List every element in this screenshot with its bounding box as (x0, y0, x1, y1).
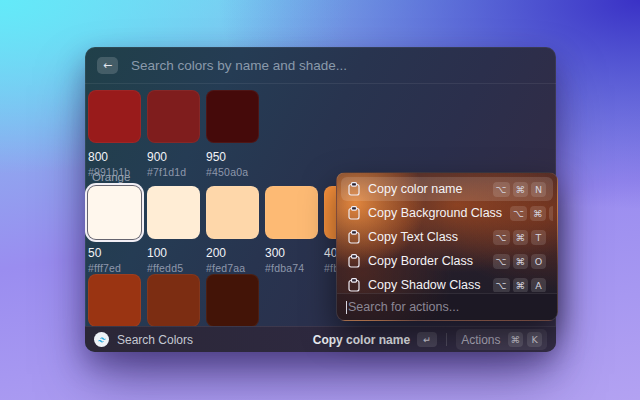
orange-shade-row-1: 50 #fff7ed 100 #ffedd5 200 #fed7aa 300 #… (88, 186, 377, 274)
shortcut-keys: ⌥ ⌘ T (493, 230, 546, 245)
menu-item-copy-background-class[interactable]: Copy Background Class ⌥ ⌘ B (341, 201, 553, 225)
orange-shade-row-2 (88, 274, 259, 327)
color-cell: 300 #fdba74 (265, 186, 318, 274)
letter-key-icon: A (531, 278, 546, 293)
clipboard-icon (348, 206, 360, 220)
cmd-key-icon: ⌘ (513, 278, 529, 293)
tailwind-logo-icon (94, 332, 109, 347)
color-cell: 200 #fed7aa (206, 186, 259, 274)
actions-search-placeholder: Search for actions... (348, 300, 459, 314)
shortcut-keys: ⌥ ⌘ A (493, 278, 546, 293)
actions-search-input[interactable]: Search for actions... (337, 293, 557, 320)
letter-key-icon: N (531, 182, 546, 197)
clipboard-icon (348, 182, 360, 196)
primary-action-button[interactable]: Copy color name (313, 333, 410, 347)
menu-item-copy-border-class[interactable]: Copy Border Class ⌥ ⌘ O (341, 249, 553, 273)
color-swatch-orange-200[interactable] (206, 186, 259, 239)
option-key-icon: ⌥ (493, 230, 510, 245)
color-swatch-orange-100[interactable] (147, 186, 200, 239)
menu-item-label: Copy Text Class (368, 230, 485, 244)
menu-item-label: Copy Background Class (368, 206, 502, 220)
menu-item-copy-text-class[interactable]: Copy Text Class ⌥ ⌘ T (341, 225, 553, 249)
red-shade-row: 800 #991b1b 900 #7f1d1d 950 #450a0a (88, 90, 259, 178)
letter-key-icon: B (549, 206, 553, 221)
desktop-background: ← 800 #991b1b 900 #7f1d1d 950 (0, 0, 640, 400)
color-cell: 950 #450a0a (206, 90, 259, 178)
menu-item-copy-shadow-class[interactable]: Copy Shadow Class ⌥ ⌘ A (341, 273, 553, 292)
status-bar: Search Colors Copy color name ↵ Actions … (85, 326, 556, 352)
color-swatch-orange-300[interactable] (265, 186, 318, 239)
actions-button[interactable]: Actions ⌘ K (456, 329, 547, 350)
cmd-key-icon: ⌘ (513, 230, 529, 245)
option-key-icon: ⌥ (493, 254, 510, 269)
color-swatch-red-950[interactable] (206, 90, 259, 143)
search-bar: ← (85, 47, 556, 84)
hex-label: #fff7ed (88, 263, 141, 274)
clipboard-icon (348, 254, 360, 268)
k-key-icon: K (527, 332, 542, 347)
hex-label: #450a0a (206, 167, 259, 178)
cmd-key-icon: ⌘ (530, 206, 546, 221)
color-swatch-orange-50-selected[interactable] (88, 186, 141, 239)
actions-button-label: Actions (461, 333, 500, 347)
color-swatch-dark-orange-1[interactable] (88, 274, 141, 327)
color-cell (88, 274, 141, 327)
hex-label: #fdba74 (265, 263, 318, 274)
text-caret (346, 301, 347, 314)
menu-item-copy-color-name[interactable]: Copy color name ⌥ ⌘ N (341, 177, 553, 201)
color-cell (206, 274, 259, 327)
color-swatch-dark-orange-2[interactable] (147, 274, 200, 327)
color-swatch-dark-orange-3[interactable] (206, 274, 259, 327)
color-cell: 800 #991b1b (88, 90, 141, 178)
option-key-icon: ⌥ (493, 278, 510, 293)
clipboard-icon (348, 278, 360, 292)
color-cell: 900 #7f1d1d (147, 90, 200, 178)
section-header-orange: Orange (92, 171, 130, 183)
shade-label: 800 (88, 151, 141, 164)
option-key-icon: ⌥ (493, 182, 510, 197)
color-swatch-red-800[interactable] (88, 90, 141, 143)
enter-key-icon: ↵ (417, 332, 437, 347)
letter-key-icon: T (531, 230, 546, 245)
shade-label: 100 (147, 247, 200, 260)
menu-item-label: Copy Border Class (368, 254, 485, 268)
shortcut-keys: ⌥ ⌘ B (510, 206, 553, 221)
color-cell: 50 #fff7ed (88, 186, 141, 274)
color-cell (147, 274, 200, 327)
cmd-key-icon: ⌘ (513, 182, 529, 197)
option-key-icon: ⌥ (510, 206, 527, 221)
shade-label: 950 (206, 151, 259, 164)
shade-label: 50 (88, 247, 141, 260)
shortcut-keys: ⌥ ⌘ O (493, 254, 546, 269)
shade-label: 900 (147, 151, 200, 164)
shade-label: 300 (265, 247, 318, 260)
arrow-left-icon: ← (103, 59, 112, 72)
actions-list: Copy color name ⌥ ⌘ N Copy Background Cl… (341, 177, 553, 292)
cmd-key-icon: ⌘ (508, 332, 524, 347)
color-swatch-red-900[interactable] (147, 90, 200, 143)
footer-divider (446, 333, 447, 346)
actions-panel: Copy color name ⌥ ⌘ N Copy Background Cl… (336, 172, 558, 321)
search-input[interactable] (129, 57, 544, 74)
color-cell: 100 #ffedd5 (147, 186, 200, 274)
shortcut-keys: ⌥ ⌘ N (493, 182, 546, 197)
app-title: Search Colors (117, 333, 193, 347)
hex-label: #fed7aa (206, 263, 259, 274)
menu-item-label: Copy Shadow Class (368, 278, 485, 292)
back-button[interactable]: ← (97, 57, 118, 74)
hex-label: #7f1d1d (147, 167, 200, 178)
clipboard-icon (348, 230, 360, 244)
shade-label: 200 (206, 247, 259, 260)
hex-label: #ffedd5 (147, 263, 200, 274)
menu-item-label: Copy color name (368, 182, 485, 196)
cmd-key-icon: ⌘ (513, 254, 529, 269)
letter-key-icon: O (531, 254, 546, 269)
